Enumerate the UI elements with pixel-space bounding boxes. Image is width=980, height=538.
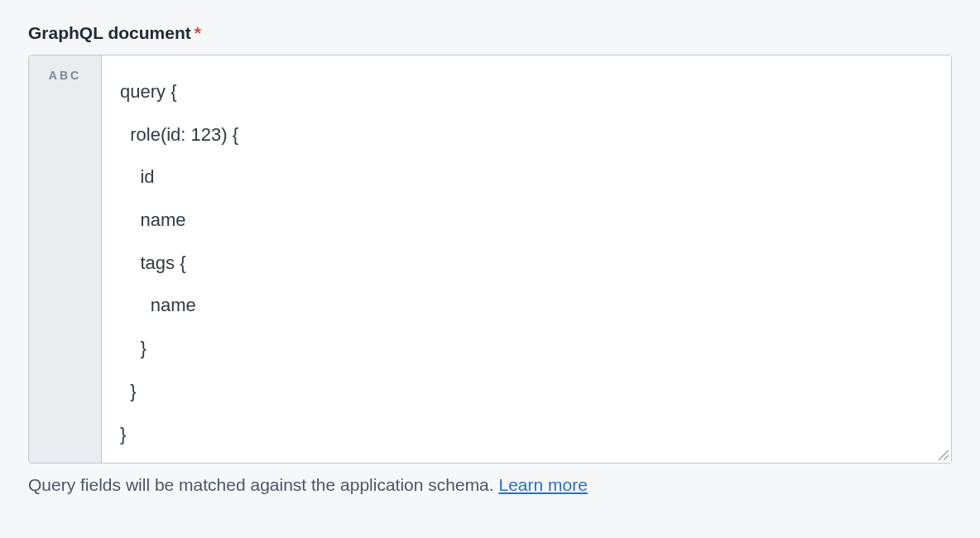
help-text-content: Query fields will be matched against the… <box>28 475 498 494</box>
editor-gutter: ABC <box>29 55 102 463</box>
graphql-document-textarea[interactable] <box>102 55 951 463</box>
learn-more-link[interactable]: Learn more <box>498 475 587 494</box>
required-asterisk: * <box>195 23 201 42</box>
abc-label: ABC <box>29 69 101 82</box>
help-text: Query fields will be matched against the… <box>28 475 952 495</box>
graphql-document-editor[interactable]: ABC <box>28 55 952 464</box>
field-label: GraphQL document* <box>28 23 952 43</box>
field-label-text: GraphQL document <box>28 23 191 42</box>
